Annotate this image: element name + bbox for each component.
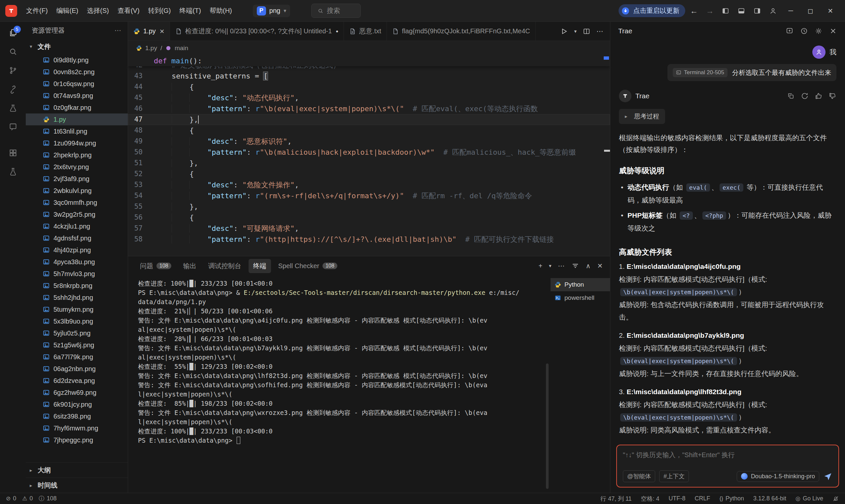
extensions-icon[interactable] bbox=[8, 148, 17, 157]
code-line[interactable]: 48 { bbox=[128, 125, 610, 136]
project-switcher[interactable]: P png ▾ bbox=[253, 5, 290, 17]
search-icon[interactable] bbox=[8, 47, 17, 56]
terminal-session-python[interactable]: Python bbox=[550, 278, 610, 291]
info-status[interactable]: ⓘ108 bbox=[39, 495, 57, 502]
breadcrumb[interactable]: 1.py / main bbox=[128, 41, 610, 55]
debug-icon[interactable] bbox=[8, 104, 17, 112]
code-line[interactable]: 52 { bbox=[128, 168, 610, 179]
menu-item[interactable]: 选择(S) bbox=[83, 4, 113, 17]
code-line[interactable]: 49 "desc": "恶意标识符", bbox=[128, 136, 610, 147]
file-item[interactable]: 3qc0mmfh.png bbox=[26, 197, 128, 209]
toggle-left-sidebar-icon[interactable] bbox=[718, 5, 733, 17]
file-item[interactable]: 2hpekrlp.png bbox=[26, 149, 128, 161]
thinking-process-toggle[interactable]: ▸ 思考过程 bbox=[619, 109, 665, 124]
breadcrumb-file[interactable]: 1.py bbox=[145, 44, 157, 52]
account-icon[interactable] bbox=[766, 5, 780, 17]
explorer-icon[interactable]: 5 bbox=[8, 29, 17, 37]
global-search-box[interactable]: 搜索 bbox=[311, 4, 361, 18]
code-line[interactable]: 53 "desc": "危险文件操作", bbox=[128, 179, 610, 190]
section-outline[interactable]: ▸ 大纲 bbox=[26, 463, 128, 478]
more-actions-icon[interactable]: ⋯ bbox=[558, 262, 565, 270]
terminal-session-powershell[interactable]: powershell bbox=[550, 291, 610, 304]
gear-icon[interactable] bbox=[815, 27, 823, 35]
new-chat-icon[interactable] bbox=[786, 27, 793, 35]
menu-item[interactable]: 编辑(E) bbox=[52, 4, 83, 17]
toggle-right-sidebar-icon[interactable] bbox=[750, 5, 764, 17]
code-line[interactable]: 57 "desc": "可疑网络请求", bbox=[128, 223, 610, 234]
tab-untitled-1[interactable]: 检查进度: 0%|| 0/233 [00:00<?, ?文件/s] Untitl… bbox=[170, 22, 344, 40]
new-terminal-button[interactable]: + bbox=[538, 262, 542, 270]
file-item[interactable]: 0t74avs9.png bbox=[26, 90, 128, 102]
file-item[interactable]: 0z0gfkar.png bbox=[26, 102, 128, 113]
file-item[interactable]: 1.py bbox=[26, 113, 128, 125]
source-control-icon[interactable] bbox=[8, 66, 17, 75]
file-item[interactable]: 6d2dzvea.png bbox=[26, 375, 128, 386]
notifications-bell-muted-icon[interactable] bbox=[832, 496, 839, 502]
back-button[interactable]: ← bbox=[687, 4, 701, 17]
code-line[interactable]: 55 }, bbox=[128, 201, 610, 212]
thumbs-down-icon[interactable] bbox=[828, 92, 837, 100]
broadcast-status[interactable]: ◎Go Live bbox=[795, 495, 823, 502]
file-item[interactable]: 7jhpeggc.png bbox=[26, 434, 128, 446]
model-selector[interactable]: Doubao-1.5-thinking-pro bbox=[737, 471, 819, 482]
status-item[interactable]: 3.12.8 64-bit bbox=[753, 495, 786, 502]
code-line[interactable]: 47 }, bbox=[128, 114, 610, 125]
file-item[interactable]: 3w2pg2r5.png bbox=[26, 209, 128, 220]
warning-status[interactable]: ⚠0 bbox=[22, 495, 33, 502]
forward-button[interactable]: → bbox=[702, 4, 717, 17]
terminal-context-badge[interactable]: Terminal 20-505 bbox=[673, 68, 727, 77]
status-item[interactable]: UTF-8 bbox=[669, 495, 686, 502]
code-editor[interactable]: def main(): 42 # 定义敏感内容检测模式（包含描述和正则表达式）4… bbox=[128, 55, 610, 256]
section-files[interactable]: ▾ 文件 bbox=[26, 39, 128, 54]
restart-to-update-button[interactable]: 点击重启以更新 bbox=[619, 4, 685, 17]
file-item[interactable]: 6sitz398.png bbox=[26, 410, 128, 422]
breadcrumb-symbol[interactable]: main bbox=[175, 44, 188, 52]
file-item[interactable]: 6k901jcy.png bbox=[26, 398, 128, 410]
menu-item[interactable]: 帮助(H) bbox=[205, 4, 236, 17]
file-item[interactable]: 2wbkulvl.png bbox=[26, 185, 128, 197]
menu-item[interactable]: 查看(V) bbox=[113, 4, 144, 17]
file-item[interactable]: 1t63nlil.png bbox=[26, 125, 128, 137]
toggle-bottom-panel-icon[interactable] bbox=[734, 5, 749, 17]
chat-input-box[interactable]: "↑↓" 切换历史输入，"Shift+Enter" 换行 @智能体 #上下文 D… bbox=[616, 445, 839, 487]
history-icon[interactable] bbox=[800, 27, 808, 35]
close-icon[interactable] bbox=[829, 27, 837, 35]
code-line[interactable]: 54 "pattern": r"(rm\s+-rf|del\s+/q|forma… bbox=[128, 190, 610, 201]
run-button[interactable] bbox=[560, 28, 568, 35]
panel-tab[interactable]: 问题108 bbox=[135, 259, 176, 273]
regenerate-icon[interactable] bbox=[801, 92, 809, 100]
file-item[interactable]: 5yjlu0z5.png bbox=[26, 327, 128, 339]
file-item[interactable]: 5x3lb9uo.png bbox=[26, 315, 128, 327]
code-line[interactable]: 45 "desc": "动态代码执行", bbox=[128, 92, 610, 103]
status-item[interactable]: 行 47, 列 11 bbox=[600, 495, 632, 503]
status-item[interactable]: CRLF bbox=[695, 495, 710, 502]
file-item[interactable]: 7hyf6mwm.png bbox=[26, 422, 128, 434]
tab-flag-txt[interactable]: flag{md5(9h0zQJok.txt,FiBRFFnG.txt,Me4C bbox=[387, 22, 536, 40]
code-line[interactable]: 44 { bbox=[128, 82, 610, 92]
panel-tab[interactable]: 输出 bbox=[179, 259, 201, 273]
terminal-output[interactable]: 检查进度: 100%|█| 233/233 [00:01<00:0PS E:\m… bbox=[128, 275, 550, 493]
thumbs-up-icon[interactable] bbox=[815, 92, 823, 100]
close-button[interactable]: ✕ bbox=[821, 6, 840, 16]
copy-icon[interactable] bbox=[787, 92, 795, 100]
context-chip[interactable]: #上下文 bbox=[659, 470, 689, 482]
maximize-panel-icon[interactable]: ∧ bbox=[586, 262, 591, 270]
code-line[interactable]: 50 "pattern": r"\b(malicious|hack|exploi… bbox=[128, 147, 610, 158]
file-item[interactable]: 5r8nkrpb.png bbox=[26, 280, 128, 292]
file-item[interactable]: 0ovn8s2c.png bbox=[26, 66, 128, 78]
file-item[interactable]: 5tumykrn.png bbox=[26, 304, 128, 315]
panel-tab[interactable]: 调试控制台 bbox=[204, 259, 246, 273]
agent-chip[interactable]: @智能体 bbox=[623, 470, 655, 482]
panel-tab[interactable]: 终端 bbox=[249, 259, 271, 273]
menu-item[interactable]: 转到(G) bbox=[144, 4, 175, 17]
file-item[interactable]: 6gz2hw69.png bbox=[26, 386, 128, 398]
file-item[interactable]: 4hj40zpi.png bbox=[26, 244, 128, 256]
code-line[interactable]: 58 "pattern": r"(http|https)://[^\s/]+?\… bbox=[128, 234, 610, 245]
file-item[interactable]: 0i9d8tly.png bbox=[26, 54, 128, 66]
menu-item[interactable]: 终端(T) bbox=[175, 4, 205, 17]
filter-icon[interactable] bbox=[571, 262, 579, 270]
file-item[interactable]: 4gdnsfsf.png bbox=[26, 232, 128, 244]
file-item[interactable]: 2tx6tvry.png bbox=[26, 161, 128, 173]
code-line[interactable]: 46 "pattern": r"\b(eval|exec|system|pope… bbox=[128, 103, 610, 114]
file-item[interactable]: 5shh2jhd.png bbox=[26, 292, 128, 304]
